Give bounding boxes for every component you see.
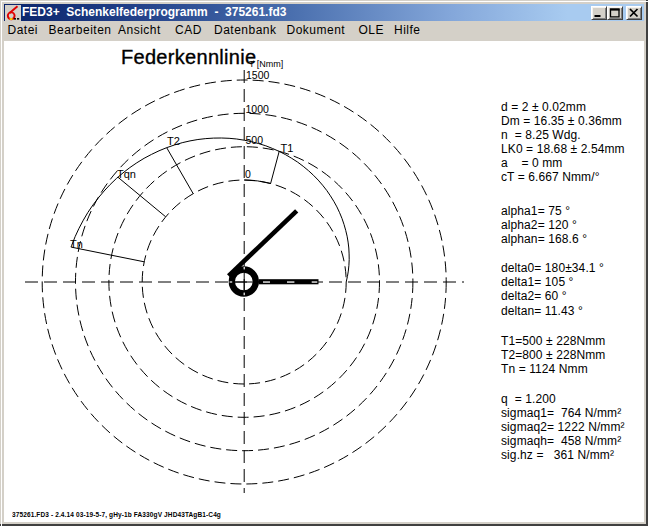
svg-text:T1: T1 <box>281 142 294 154</box>
svg-text:1500: 1500 <box>246 69 270 81</box>
svg-text:Tqn: Tqn <box>117 168 136 180</box>
svg-text:T [Nmm]: T [Nmm] <box>249 59 283 69</box>
svg-text:T2: T2 <box>167 135 180 147</box>
svg-text:0: 0 <box>245 168 251 180</box>
svg-text:Tn: Tn <box>70 238 83 250</box>
svg-text:500: 500 <box>246 134 264 146</box>
svg-text:1000: 1000 <box>246 103 270 115</box>
